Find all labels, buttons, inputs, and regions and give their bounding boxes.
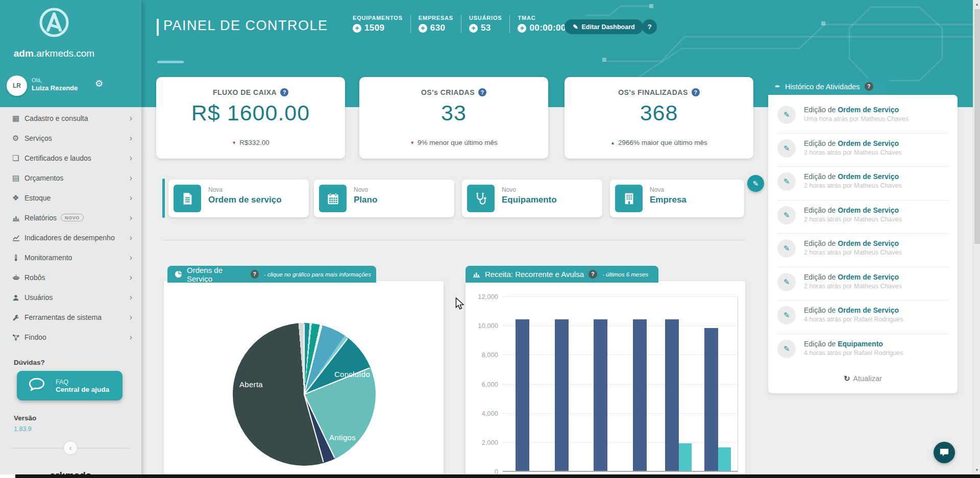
chevron-right-icon: › bbox=[130, 294, 132, 301]
bar-avulsa[interactable] bbox=[679, 443, 692, 471]
mouse-cursor bbox=[455, 297, 465, 311]
pie-label-antigos: Antigos bbox=[329, 433, 356, 442]
activity-item[interactable]: ✎ Edição de Ordem de Serviço Uma hora at… bbox=[777, 100, 948, 134]
sidebar-item-findoo[interactable]: Findoo › bbox=[0, 327, 141, 347]
orders-pie-chart[interactable] bbox=[233, 323, 376, 466]
quick-action-prefix: Novo bbox=[502, 186, 557, 193]
gridline bbox=[503, 413, 738, 414]
sidebar-item-orcamentos[interactable]: ▤ Orçamentos › bbox=[0, 168, 141, 188]
plus-circle-icon: + bbox=[419, 24, 427, 33]
dashboard-screen: PAINEL DE CONTROLE EQUIPAMENTOS + 1509 E… bbox=[0, 0, 980, 478]
help-icon[interactable]: ? bbox=[865, 82, 873, 91]
bar-recorrente[interactable] bbox=[665, 319, 679, 471]
help-icon[interactable]: ? bbox=[251, 270, 259, 279]
y-axis-tick: 4,000 bbox=[481, 410, 498, 417]
refresh-icon: ↻ bbox=[844, 374, 850, 383]
quick-action-novo-plano[interactable]: Novo Plano bbox=[314, 180, 454, 217]
bottom-edge-corner bbox=[0, 474, 15, 478]
chat-fab-button[interactable] bbox=[934, 442, 955, 463]
kpi-title: OS's CRIADAS bbox=[421, 88, 475, 96]
help-icon[interactable]: ? bbox=[280, 88, 288, 96]
edit-quick-actions-button[interactable]: ✎ bbox=[747, 175, 764, 192]
chat-bubble-icon bbox=[28, 377, 45, 394]
activity-item[interactable]: ✎ Edição de Equipamento 4 horas atrás po… bbox=[777, 334, 948, 368]
activity-panel-title: Histórico de Atividades bbox=[785, 83, 860, 91]
header-stat-empresas: EMPRESAS + 630 bbox=[410, 15, 461, 33]
bar-recorrente[interactable] bbox=[633, 319, 647, 471]
quick-action-nova-ordem-de-servico[interactable]: Nova Ordem de serviço bbox=[168, 180, 309, 217]
version-label: Versão bbox=[14, 414, 36, 422]
bar-recorrente[interactable] bbox=[555, 319, 569, 471]
sidebar-item-indicadores-de-desempenho[interactable]: Indicadores de desempenho › bbox=[0, 228, 141, 247]
activity-item[interactable]: ✎ Edição de Ordem de Serviço 4 horas atr… bbox=[777, 300, 948, 334]
bar-chart-title: Receita: Recorrente e Avulsa bbox=[485, 270, 584, 279]
help-icon[interactable]: ? bbox=[478, 88, 486, 96]
activity-item[interactable]: ✎ Edição de Ordem de Serviço 2 horas atr… bbox=[777, 167, 948, 200]
sidebar-item-usuarios[interactable]: Usuários › bbox=[0, 287, 141, 307]
user-avatar[interactable]: LR bbox=[7, 76, 27, 96]
chevron-right-icon: › bbox=[130, 314, 132, 321]
scrollbar-down-arrow[interactable]: ▼ bbox=[973, 468, 980, 472]
activity-title: Edição de Ordem de Serviço bbox=[804, 273, 902, 281]
report-chart-icon bbox=[12, 213, 24, 222]
activity-item[interactable]: ✎ Edição de Ordem de Serviço 2 horas atr… bbox=[777, 134, 948, 167]
refresh-activities-button[interactable]: ↻Atualizar bbox=[768, 374, 958, 383]
faq-sublabel: Central de ajuda bbox=[56, 386, 109, 393]
account-domain: adm.arkmeds.com bbox=[0, 48, 108, 59]
header-stat-usuarios: USUÁRIOS + 53 bbox=[461, 15, 509, 33]
page-scrollbar[interactable]: ▲ ▼ bbox=[973, 0, 980, 478]
activity-item[interactable]: ✎ Edição de Ordem de Serviço 2 horas atr… bbox=[777, 267, 948, 301]
scrollbar-thumb[interactable] bbox=[974, 9, 980, 244]
activity-item[interactable]: ✎ Edição de Ordem de Serviço 2 horas atr… bbox=[777, 234, 948, 267]
sidebar-item-relatorios[interactable]: Relatórios NOVO › bbox=[0, 208, 141, 228]
novo-badge: NOVO bbox=[61, 214, 84, 221]
activity-meta: Uma hora atrás por Matheus Chaves bbox=[804, 115, 909, 122]
calendar-icon bbox=[319, 185, 347, 212]
quick-action-label: Ordem de serviço bbox=[208, 195, 282, 205]
pencil-icon: ✎ bbox=[777, 340, 796, 358]
chevron-right-icon: › bbox=[130, 274, 132, 281]
activity-item[interactable]: ✎ Edição de Ordem de Serviço 2 horas atr… bbox=[777, 200, 948, 234]
sidebar-item-certificados-e-laudos[interactable]: ❏ Certificados e laudos › bbox=[0, 148, 141, 168]
quick-action-nova-empresa[interactable]: Nova Empresa bbox=[610, 180, 744, 217]
services-gear-icon: ⚙ bbox=[12, 134, 24, 142]
pencil-icon: ✎ bbox=[777, 306, 796, 324]
quick-action-prefix: Nova bbox=[650, 186, 687, 193]
gridline bbox=[503, 355, 738, 355]
activity-meta: 2 horas atrás por Matheus Chaves bbox=[804, 283, 902, 290]
performance-icon bbox=[12, 233, 24, 242]
pencil-icon: ✎ bbox=[777, 206, 796, 224]
plus-circle-icon: + bbox=[518, 24, 526, 33]
help-icon[interactable]: ? bbox=[692, 88, 700, 96]
help-icon[interactable]: ? bbox=[589, 270, 597, 279]
user-settings-gear-icon[interactable]: ⚙ bbox=[95, 78, 103, 89]
robot-icon bbox=[12, 273, 24, 282]
bar-recorrente[interactable] bbox=[516, 319, 529, 471]
sidebar-item-monitoramento[interactable]: Monitoramento › bbox=[0, 247, 141, 267]
revenue-bar-chart[interactable]: 02,0004,0006,0008,00010,00012,000 bbox=[503, 297, 738, 472]
bar-recorrente[interactable] bbox=[704, 328, 718, 471]
activity-title: Edição de Ordem de Serviço bbox=[804, 139, 902, 147]
stat-value: 53 bbox=[481, 23, 491, 33]
faq-help-button[interactable]: FAQ Central de ajuda bbox=[17, 371, 122, 400]
collapse-sidebar-button[interactable]: ‹ bbox=[63, 441, 78, 455]
sidebar-item-robos[interactable]: Robôs › bbox=[0, 267, 141, 287]
scrollbar-up-arrow[interactable]: ▲ bbox=[973, 2, 980, 7]
kpi-title: OS's FINALIZADAS bbox=[618, 88, 688, 96]
sidebar-item-ferramentas-de-sistema[interactable]: Ferramentas de sistema › bbox=[0, 307, 141, 327]
version-value[interactable]: 1.83.9 bbox=[14, 425, 32, 433]
sidebar-item-estoque[interactable]: ❖ Estoque › bbox=[0, 188, 141, 208]
bar-avulsa[interactable] bbox=[718, 447, 731, 471]
sidebar-item-servicos[interactable]: ⚙ Serviços › bbox=[0, 128, 141, 148]
sidebar-item-cadastro-e-consulta[interactable]: ▦ Cadastro e consulta › bbox=[0, 108, 141, 128]
kpi-delta-text: 9% menor que último mês bbox=[418, 139, 498, 146]
dashboard-help-button[interactable]: ? bbox=[642, 19, 657, 34]
gridline bbox=[503, 384, 738, 385]
header-stats: EQUIPAMENTOS + 1509 EMPRESAS + 630 USUÁR… bbox=[353, 15, 574, 33]
delta-arrow-icon: ▼ bbox=[232, 140, 236, 145]
pie-chart-hint: - clique no gráfico para mais informaçõe… bbox=[264, 271, 371, 278]
edit-dashboard-button[interactable]: ✎ Editar Dashboard bbox=[565, 19, 643, 34]
pencil-icon: ✎ bbox=[777, 273, 796, 291]
bar-recorrente[interactable] bbox=[594, 319, 607, 471]
quick-action-novo-equipamento[interactable]: Novo Equipamento bbox=[462, 180, 602, 217]
